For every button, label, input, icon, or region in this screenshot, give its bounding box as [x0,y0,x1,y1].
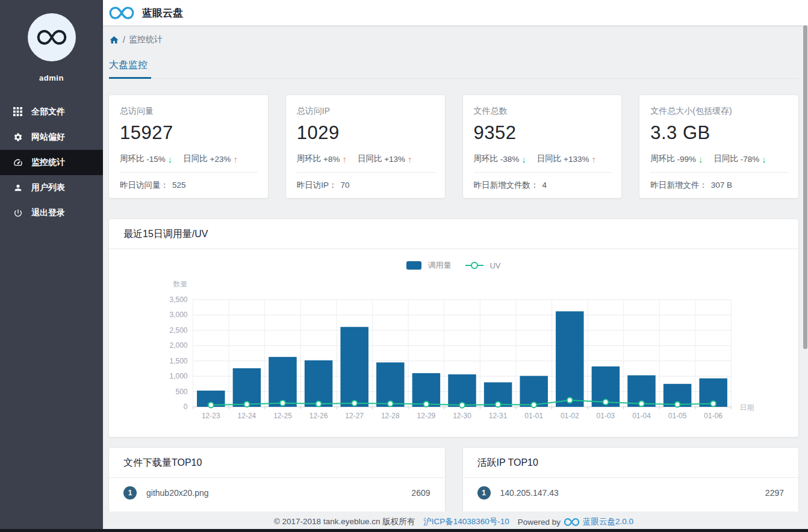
trend-label: 日同比 [183,153,208,164]
scrollbar-thumb[interactable] [803,25,807,349]
svg-text:01-06: 01-06 [704,412,723,420]
svg-text:0: 0 [184,403,188,411]
trend-label: 周环比 [474,153,499,164]
svg-text:01-01: 01-01 [524,412,543,420]
sidebar-item-monitoring[interactable]: 监控统计 [0,150,103,175]
downloads-top10-card: 文件下载量TOP10 1 github20x20.png 2609 [108,447,446,512]
user-icon [13,183,23,193]
trend-arrow-icon: ↑ [342,154,347,164]
tab-bar: 大盘监控 [108,59,799,79]
legend-line-label[interactable]: UV [489,261,500,270]
trend-arrow-icon: ↓ [521,154,526,164]
svg-text:1,000: 1,000 [169,372,187,380]
svg-text:12-23: 12-23 [202,412,220,420]
stat-bottom-label: 昨日新增文件： [650,181,707,190]
sidebar-item-users[interactable]: 用户列表 [0,175,103,200]
list-item-name: 140.205.147.43 [500,488,765,498]
sidebar-item-all-files[interactable]: 全部文件 [0,99,103,125]
sidebar-item-label: 监控统计 [31,157,65,168]
sidebar: admin 全部文件 网站偏好 [0,0,103,532]
stat-bottom-value: 525 [172,181,186,190]
stat-bottom-value: 70 [341,181,350,190]
trend-value: +23% [210,155,231,164]
svg-text:01-05: 01-05 [668,412,687,420]
trend-label: 日同比 [358,153,382,164]
sidebar-item-logout[interactable]: 退出登录 [0,200,103,226]
gauge-icon [13,158,23,167]
trend-arrow-icon: ↓ [698,154,703,164]
svg-text:12-24: 12-24 [238,412,256,420]
svg-text:01-04: 01-04 [632,412,651,420]
list-item: 1 140.205.147.43 2297 [463,478,799,508]
trend-value: +133% [564,155,589,164]
app-title: 蓝眼云盘 [142,6,183,20]
stat-bottom-label: 昨日访问量： [120,181,169,190]
infinity-logo-icon [36,28,67,46]
divider [120,172,258,173]
sidebar-item-label: 全部文件 [31,107,65,117]
legend-bar-swatch[interactable] [406,261,421,270]
breadcrumb: / 监控统计 [109,34,799,45]
divider [297,172,435,173]
trend-label: 日同比 [537,153,562,164]
grid-icon [13,107,23,117]
list-item-value: 2297 [765,488,784,498]
trend-arrow-icon: ↓ [168,154,173,164]
stat-bottom-value: 4 [542,181,547,190]
svg-text:01-03: 01-03 [597,412,615,420]
trend-value: -78% [741,155,760,164]
home-icon[interactable] [109,35,119,45]
footer-logo-icon [564,518,580,527]
top-lists-row: 文件下载量TOP10 1 github20x20.png 2609 活跃IP T… [108,447,799,512]
app-window: admin 全部文件 网站偏好 [0,0,808,532]
stat-title: 文件总大小(包括缓存) [650,106,788,117]
downloads-top10-title: 文件下载量TOP10 [109,448,445,478]
trend-label: 周环比 [297,153,322,164]
gear-icon [13,132,23,142]
stat-value: 3.3 GB [650,122,788,144]
rank-badge: 1 [123,486,137,500]
stat-bottom-value: 307 B [711,181,732,190]
stat-bottom-label: 昨日新增文件数： [474,181,539,190]
list-item-name: github20x20.png [146,488,411,498]
sidebar-menu: 全部文件 网站偏好 监控统计 [0,99,103,226]
icp-link[interactable]: 沪ICP备14038360号-10 [423,516,509,527]
svg-text:2,000: 2,000 [169,341,187,350]
stat-value: 1029 [297,122,434,144]
stat-bottom-label: 昨日访IP： [297,181,337,190]
list-item-value: 2609 [411,488,430,498]
page-content: / 监控统计 大盘监控 总访问量 15927 周环比 -15%↓ 日同比 +23… [103,25,808,532]
trend-value: -38% [500,155,520,164]
main-area: 蓝眼云盘 / 监控统计 大盘监控 总访问量 15927 [103,0,808,532]
trend-arrow-icon: ↓ [762,154,766,164]
chart-card-title: 最近15日调用量/UV [109,219,798,249]
app-logo-icon [108,5,135,20]
uv-chart: 05001,0001,5002,0002,5003,0003,50012-231… [109,276,798,426]
active-ip-top10-title: 活跃IP TOP10 [463,448,799,478]
rank-badge: 1 [477,486,491,500]
legend-bar-label[interactable]: 调用量 [427,260,451,271]
window-bottom-edge [0,529,808,532]
svg-text:12-27: 12-27 [345,412,364,420]
legend-line-swatch[interactable] [465,261,483,270]
trend-value: -99% [677,155,697,164]
stat-cards-row: 总访问量 15927 周环比 -15%↓ 日同比 +23%↑ 昨日访问量：525… [108,94,799,199]
trend-label: 日同比 [714,153,739,164]
svg-text:12-26: 12-26 [309,412,328,420]
svg-text:1,500: 1,500 [169,357,187,365]
avatar[interactable] [28,13,76,61]
trend-label: 周环比 [120,153,145,164]
divider [474,172,612,173]
product-link[interactable]: 蓝眼云盘2.0.0 [583,516,633,527]
svg-text:500: 500 [175,388,187,396]
svg-text:3,500: 3,500 [169,295,187,304]
svg-text:12-30: 12-30 [453,412,471,420]
sidebar-item-preferences[interactable]: 网站偏好 [0,125,103,150]
tab-dashboard-monitor[interactable]: 大盘监控 [109,59,151,79]
powered-by-text: Powered by [518,518,561,527]
trend-arrow-icon: ↑ [408,154,412,164]
stat-value: 9352 [474,122,611,144]
power-icon [13,208,23,218]
trend-value: -15% [146,155,166,164]
sidebar-item-label: 退出登录 [31,208,65,218]
